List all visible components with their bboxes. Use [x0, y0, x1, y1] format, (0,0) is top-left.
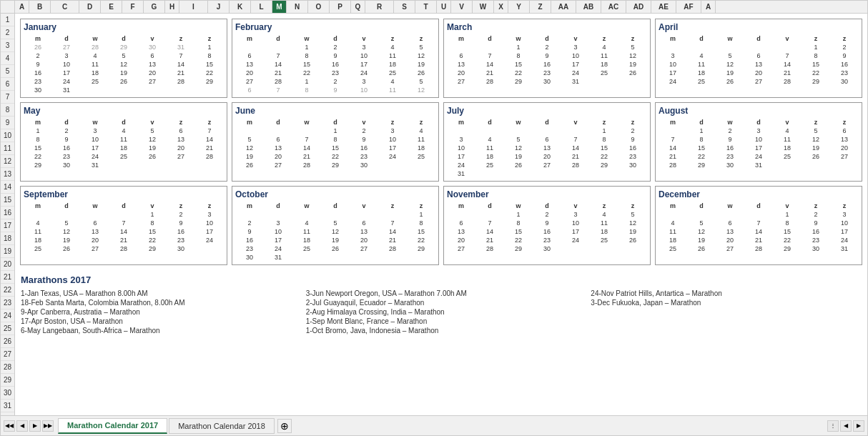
col-U: U: [437, 1, 451, 13]
row-13: 13: [1, 168, 14, 181]
corner-cell: [1, 1, 15, 13]
row-19: 19: [1, 245, 14, 258]
day-header: v: [350, 202, 378, 210]
cal-day: 2: [167, 210, 195, 219]
cal-day: 5: [321, 219, 350, 227]
cal-day: 31: [264, 253, 292, 262]
cal-day: 7: [475, 51, 504, 60]
day-header: z: [802, 34, 830, 43]
cal-day: [292, 127, 321, 135]
day-header: m: [24, 202, 52, 210]
marathon-col-0: 1-Jan Texas, USA – Marathon 8.00h AM18-F…: [21, 289, 292, 336]
marathon-col-1: 3-Jun Newport Oregon, USA – Marathon 7.0…: [306, 289, 577, 336]
tab-nav-next[interactable]: ▶: [29, 420, 41, 432]
col-R: R: [365, 1, 394, 13]
cal-day: 16: [235, 236, 264, 244]
cal-day: 31: [447, 169, 475, 178]
cal-day: 3: [561, 210, 590, 219]
tab-add-button[interactable]: ⊕: [277, 419, 292, 433]
cal-day: 13: [830, 135, 859, 144]
day-header: w: [504, 118, 533, 127]
cal-day: [475, 169, 504, 178]
cal-day: 5: [618, 210, 647, 219]
cal-day: 1: [504, 43, 533, 51]
scroll-next[interactable]: ▶: [853, 420, 864, 432]
month-august: Augustmdwdvzz123456789101112131415161718…: [655, 102, 862, 182]
day-header: d: [533, 202, 561, 210]
cal-day: 11: [773, 135, 802, 144]
col-Z: Z: [530, 1, 551, 13]
cal-day: 28: [561, 161, 590, 169]
cal-day: 27: [167, 152, 195, 161]
row-15: 15: [1, 194, 14, 207]
cal-day: 4: [475, 135, 504, 144]
cal-day: 8: [504, 51, 533, 60]
cal-day: 27: [744, 77, 773, 86]
cal-day: [447, 210, 475, 219]
row-28: 28: [1, 361, 14, 374]
col-M: M: [272, 1, 287, 13]
cal-day: 29: [590, 161, 618, 169]
cal-day: 12: [802, 135, 830, 144]
tab-marathon-2018[interactable]: Marathon Calendar 2018: [169, 418, 275, 434]
cal-day: 20: [235, 69, 264, 77]
col-Y: Y: [508, 1, 530, 13]
day-header: z: [830, 34, 859, 43]
month-september: Septembermdwdvzz123456789101112131415161…: [20, 186, 227, 265]
cal-day: [618, 77, 647, 86]
month-title-june: June: [235, 106, 435, 116]
cal-day: 14: [561, 144, 590, 152]
col-P: P: [330, 1, 351, 13]
day-header: w: [504, 34, 533, 43]
day-header: v: [561, 202, 590, 210]
cal-day: 4: [773, 127, 802, 135]
cal-day: [195, 244, 224, 253]
cal-day: 25: [590, 69, 618, 77]
tab-nav-prev[interactable]: ◀: [16, 420, 28, 432]
cal-day: 24: [659, 77, 687, 86]
month-april: Aprilmdwdvzz1234567891011121314151617181…: [655, 19, 862, 98]
col-X: X: [494, 1, 508, 13]
month-title-september: September: [24, 189, 224, 199]
col-A2: A: [701, 1, 716, 13]
day-header: z: [590, 202, 618, 210]
day-header: m: [24, 34, 52, 43]
month-february: Februarymdwdvzz1234567891011121314151617…: [232, 19, 439, 98]
cal-day: 12: [407, 51, 435, 60]
day-header: z: [378, 34, 407, 43]
cal-day: 27: [81, 244, 109, 253]
cal-day: 7: [773, 51, 802, 60]
cal-day: 1: [24, 127, 52, 135]
cal-day: 10: [264, 227, 292, 236]
tab-marathon-2017[interactable]: Marathon Calendar 2017: [58, 418, 167, 434]
day-header: d: [109, 202, 138, 210]
cal-day: 25: [590, 236, 618, 244]
cal-day: 7: [744, 219, 773, 227]
cal-day: 1: [407, 210, 435, 219]
day-header: d: [475, 118, 504, 127]
cal-day: 16: [533, 227, 561, 236]
cal-day: 21: [109, 236, 138, 244]
cal-day: 9: [350, 135, 378, 144]
day-header: d: [533, 118, 561, 127]
cal-day: 23: [618, 152, 647, 161]
cal-day: 28: [81, 43, 109, 51]
cal-day: 13: [264, 144, 292, 152]
tab-nav-last[interactable]: ▶▶: [42, 420, 54, 432]
cal-day: 28: [475, 244, 504, 253]
col-C: C: [51, 1, 79, 13]
scroll-left[interactable]: ⋮: [827, 420, 839, 432]
cal-day: 1: [138, 210, 167, 219]
cal-table-may: mdwdvzz123456789101112131415161718192021…: [24, 118, 224, 169]
day-header: m: [24, 118, 52, 127]
cal-day: 19: [618, 227, 647, 236]
tab-nav-first[interactable]: ◀◀: [4, 420, 15, 432]
cal-day: 3: [52, 51, 81, 60]
tab-bar: ◀◀ ◀ ▶ ▶▶ Marathon Calendar 2017 Maratho…: [1, 415, 867, 435]
col-AC: AC: [601, 1, 626, 13]
scroll-prev[interactable]: ◀: [840, 420, 852, 432]
cal-day: 6: [138, 51, 167, 60]
cal-day: 24: [447, 161, 475, 169]
cal-day: 22: [292, 69, 321, 77]
row-21: 21: [1, 271, 14, 284]
